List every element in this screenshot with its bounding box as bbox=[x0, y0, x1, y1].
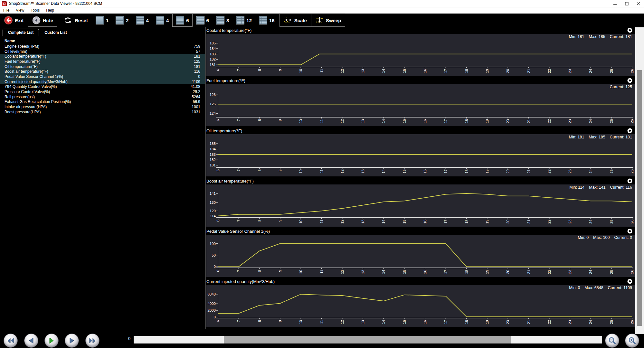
chart-block-3: Boost air temperature(°F)Min: 114 Max: 1… bbox=[206, 178, 635, 228]
chart-title-row: Boost air temperature(°F) bbox=[206, 178, 635, 184]
x-tick-label: 6 bbox=[216, 69, 220, 71]
grid-cell bbox=[237, 19, 239, 20]
parameter-row[interactable]: Pressure Control Valve(%)29.2 bbox=[0, 89, 205, 94]
grid-cell bbox=[261, 19, 263, 20]
parameter-name: Engine speed(RPM) bbox=[5, 44, 39, 49]
skip-to-end-button[interactable] bbox=[86, 334, 99, 347]
menu-help[interactable]: Help bbox=[43, 7, 57, 14]
parameter-row[interactable]: Fuel temperature(°F)125 bbox=[0, 59, 205, 64]
playback-bar: 0 bbox=[0, 329, 644, 348]
grid-cell bbox=[160, 21, 164, 24]
sweep-button[interactable]: Sweep bbox=[311, 14, 346, 27]
layout-button-2-1[interactable]: 2 bbox=[112, 14, 132, 27]
grid-cell bbox=[239, 17, 242, 18]
close-icon bbox=[637, 2, 640, 5]
parameter-row[interactable]: Coolant temperature(°F)181 bbox=[0, 54, 205, 59]
chart-select-radio-icon[interactable] bbox=[627, 279, 632, 284]
parameter-row[interactable]: Rail pressure(psi)5264 bbox=[0, 94, 205, 99]
x-tick-label: 10 bbox=[299, 220, 303, 224]
x-tick-label: 7 bbox=[237, 69, 241, 71]
skip-to-start-button[interactable] bbox=[4, 334, 17, 347]
layout-button-label: 4 bbox=[146, 18, 149, 23]
timeline-scrollbar-thumb[interactable] bbox=[224, 336, 511, 343]
layout-button-label: 1 bbox=[106, 18, 109, 23]
parameter-row[interactable]: Boost pressure(HPA)1031 bbox=[0, 109, 205, 115]
parameter-row[interactable]: Y94 Quantity Control Valve(%)41.08 bbox=[0, 84, 205, 89]
grid-cell bbox=[242, 22, 244, 24]
chart-select-radio-icon[interactable] bbox=[627, 178, 632, 183]
tab-complete-list[interactable]: Complete List bbox=[3, 29, 39, 36]
layout-button-label: 4 bbox=[166, 18, 169, 23]
scale-label: Scale bbox=[294, 18, 307, 23]
grid-cell bbox=[200, 17, 204, 19]
menu-tools[interactable]: Tools bbox=[27, 7, 43, 14]
x-tick-label: 18 bbox=[465, 220, 469, 224]
x-tick-label: 25 bbox=[610, 270, 613, 274]
reset-button[interactable]: Reset bbox=[59, 14, 92, 27]
parameter-row[interactable]: Oil temperature(°F)181 bbox=[0, 64, 205, 69]
grid-cell bbox=[116, 17, 123, 20]
chart-select-radio-icon[interactable] bbox=[627, 78, 632, 83]
grid-2x2-icon bbox=[156, 16, 164, 24]
layout-button-4g-3[interactable]: 4 bbox=[152, 14, 172, 27]
grid-cell bbox=[176, 18, 184, 19]
chart-select-radio-icon[interactable] bbox=[627, 128, 632, 133]
x-tick-label: 10 bbox=[299, 119, 303, 123]
layout-button-8g-6[interactable]: 8 bbox=[213, 14, 232, 27]
step-back-button[interactable] bbox=[24, 334, 38, 347]
parameter-row[interactable]: Exhaust Gas Recirculation Position(%)56.… bbox=[0, 99, 205, 105]
play-button[interactable] bbox=[45, 334, 58, 347]
parameter-row[interactable]: Engine speed(RPM)759 bbox=[0, 44, 205, 49]
x-tick-label: 14 bbox=[382, 69, 385, 73]
y-tick-label: 0 bbox=[214, 265, 216, 268]
vertical-scrollbar[interactable] bbox=[635, 27, 644, 334]
zoom-out-button[interactable] bbox=[605, 334, 619, 347]
layout-button-16g-8[interactable]: 16 bbox=[255, 14, 278, 27]
tab-custom-list[interactable]: Custom List bbox=[39, 29, 72, 36]
parameter-row[interactable]: Intake air pressure(HPA)1001 bbox=[0, 104, 205, 109]
y-tick-label: 185 bbox=[210, 41, 216, 45]
scale-button[interactable]: Scale bbox=[279, 14, 311, 27]
exit-button[interactable]: Exit bbox=[0, 14, 28, 27]
x-tick-label: 23 bbox=[568, 69, 572, 73]
vertical-scrollbar-thumb[interactable] bbox=[637, 70, 642, 326]
chart-select-radio-icon[interactable] bbox=[627, 28, 632, 33]
title-bar: ShopStream™ Scanner Data Viewer - 922210… bbox=[0, 0, 644, 7]
parameter-row[interactable]: Pedal Value Sensor Channel 1(%)0 bbox=[0, 74, 205, 79]
maximize-button[interactable] bbox=[621, 0, 632, 7]
parameter-row[interactable]: Oil level(mm)57 bbox=[0, 49, 205, 54]
grid-cell bbox=[200, 19, 204, 22]
layout-button-1-0[interactable]: 1 bbox=[92, 14, 112, 27]
x-tick-label: 20 bbox=[506, 320, 510, 324]
layout-button-6g-5[interactable]: 6 bbox=[193, 14, 213, 27]
x-tick-label: 16 bbox=[423, 119, 427, 123]
zoom-in-button[interactable] bbox=[625, 334, 639, 347]
x-tick-label: 24 bbox=[589, 119, 592, 123]
x-tick-label: 9 bbox=[278, 320, 282, 322]
step-forward-button[interactable] bbox=[65, 334, 79, 347]
x-tick-label: 18 bbox=[465, 119, 469, 123]
layout-button-6-4[interactable]: 6 bbox=[172, 14, 192, 27]
parameter-name: Intake air pressure(HPA) bbox=[5, 105, 47, 109]
menu-view[interactable]: View bbox=[13, 7, 27, 14]
parameter-row[interactable]: Current injected quantity(Mm^3/Hub)1109 bbox=[0, 79, 205, 84]
parameter-name: Coolant temperature(°F) bbox=[5, 54, 46, 59]
minimize-button[interactable] bbox=[609, 0, 621, 7]
x-tick-label: 8 bbox=[258, 119, 261, 121]
x-tick-label: 14 bbox=[382, 169, 385, 173]
chart-stats: Min: 181 Max: 185 Current: 181 bbox=[569, 135, 632, 139]
x-tick-label: 14 bbox=[382, 219, 385, 223]
parameter-row[interactable]: Boost air temperature(°F)116 bbox=[0, 69, 205, 74]
x-tick-label: 19 bbox=[485, 69, 489, 73]
grid-cell bbox=[197, 19, 200, 22]
layout-button-4-2[interactable]: 4 bbox=[132, 14, 152, 27]
hide-button[interactable]: Hide bbox=[28, 14, 58, 27]
menu-file[interactable]: File bbox=[0, 7, 13, 14]
x-tick-label: 26 bbox=[630, 270, 634, 274]
chart-select-radio-icon[interactable] bbox=[627, 229, 632, 234]
y-tick-label: 125 bbox=[210, 102, 216, 106]
chart-title-row: Oil temperature(°F) bbox=[206, 127, 635, 134]
timeline-scrollbar[interactable] bbox=[134, 336, 602, 343]
layout-button-12g-7[interactable]: 12 bbox=[232, 14, 255, 27]
close-button[interactable] bbox=[632, 0, 644, 7]
